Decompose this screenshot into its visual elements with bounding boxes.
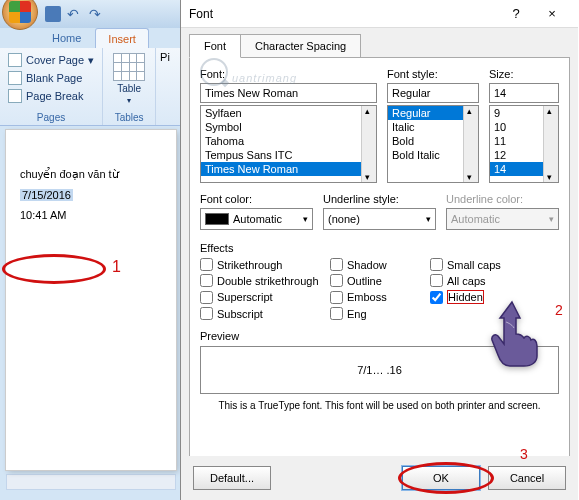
chevron-down-icon: ▾ [127, 96, 131, 105]
table-button-label: Table [117, 83, 141, 94]
underline-style-label: Underline style: [323, 193, 436, 205]
pointing-hand-icon [482, 298, 542, 370]
tab-insert[interactable]: Insert [95, 28, 149, 49]
chk-smallcaps[interactable]: Small caps [430, 258, 540, 271]
effects-label: Effects [200, 242, 559, 254]
cancel-button[interactable]: Cancel [488, 466, 566, 490]
chevron-down-icon: ▾ [88, 54, 94, 67]
chevron-down-icon: ▾ [426, 214, 431, 224]
save-icon[interactable] [45, 6, 61, 22]
underline-color-field: Underline color: Automatic▾ [446, 193, 559, 230]
watermark-logo-icon [200, 58, 228, 86]
scrollbar-icon[interactable] [543, 106, 558, 182]
cover-page-button[interactable]: Cover Page ▾ [4, 51, 98, 69]
help-button[interactable]: ? [498, 2, 534, 26]
horizontal-scrollbar[interactable] [6, 474, 176, 490]
doc-time-text: 10:41 AM [20, 209, 162, 221]
ribbon: Cover Page ▾ Blank Page Page Break Pages… [0, 48, 180, 126]
list-item[interactable]: Times New Roman [201, 162, 376, 176]
quick-access-toolbar [0, 0, 180, 28]
style-column: Font style: Regular Italic Bold Bold Ita… [387, 68, 479, 183]
list-item[interactable]: Tahoma [201, 134, 376, 148]
scrollbar-icon[interactable] [361, 106, 376, 182]
font-listbox[interactable]: Sylfaen Symbol Tahoma Tempus Sans ITC Ti… [200, 105, 377, 183]
underline-style-field: Underline style: (none)▾ [323, 193, 436, 230]
dialog-body: Font: Sylfaen Symbol Tahoma Tempus Sans … [189, 57, 570, 475]
document-page: chuyển đoạn văn từ 7/15/2016 10:41 AM [6, 130, 176, 470]
blank-page-button[interactable]: Blank Page [4, 69, 98, 87]
size-listbox[interactable]: 9 10 11 12 14 [489, 105, 559, 183]
annotation-label-2: 2 [555, 302, 563, 318]
style-input[interactable] [387, 83, 479, 103]
group-tables: Table ▾ Tables [103, 48, 156, 125]
doc-text-line: chuyển đoạn văn từ [20, 168, 162, 181]
color-swatch-icon [205, 213, 229, 225]
close-button[interactable]: × [534, 2, 570, 26]
group-pages: Cover Page ▾ Blank Page Page Break Pages [0, 48, 103, 125]
undo-icon[interactable] [67, 6, 83, 22]
annotation-label-3: 3 [520, 446, 528, 462]
chk-superscript[interactable]: Superscript [200, 290, 330, 304]
blank-page-icon [8, 71, 22, 85]
office-button[interactable] [2, 0, 38, 30]
chk-allcaps[interactable]: All caps [430, 274, 540, 287]
style-listbox[interactable]: Regular Italic Bold Bold Italic [387, 105, 479, 183]
size-column: Size: 9 10 11 12 14 [489, 68, 559, 183]
chk-shadow[interactable]: Shadow [330, 258, 430, 271]
chk-double-strikethrough[interactable]: Double strikethrough [200, 274, 330, 287]
watermark: uantrimang [200, 54, 297, 89]
preview-text: 7/1… .16 [357, 364, 402, 376]
scrollbar-icon[interactable] [463, 106, 478, 182]
preview-note: This is a TrueType font. This font will … [200, 400, 559, 411]
font-color-value: Automatic [233, 213, 282, 225]
chevron-down-icon: ▾ [549, 214, 554, 224]
cover-page-icon [8, 53, 22, 67]
annotation-ellipse-1 [2, 254, 106, 284]
cover-page-label: Cover Page [26, 54, 84, 66]
list-item[interactable]: Sylfaen [201, 106, 376, 120]
page-break-button[interactable]: Page Break [4, 87, 98, 105]
font-color-field: Font color: Automatic▾ [200, 193, 313, 230]
picture-button[interactable]: Pi [160, 51, 170, 63]
annotation-label-1: 1 [112, 258, 121, 276]
table-icon [113, 53, 145, 81]
default-button[interactable]: Default... [193, 466, 271, 490]
underline-color-combo: Automatic▾ [446, 208, 559, 230]
dialog-title: Font [189, 7, 498, 21]
ribbon-tabs: Home Insert [40, 28, 149, 49]
group-tables-label: Tables [107, 110, 151, 125]
chk-emboss[interactable]: Emboss [330, 290, 430, 304]
size-input[interactable] [489, 83, 559, 103]
tab-home[interactable]: Home [40, 28, 93, 49]
size-label: Size: [489, 68, 559, 80]
blank-page-label: Blank Page [26, 72, 82, 84]
table-button[interactable]: Table ▾ [107, 51, 151, 107]
group-illustrations: Pi [156, 48, 174, 125]
underline-style-value: (none) [328, 213, 360, 225]
underline-color-value: Automatic [451, 213, 500, 225]
page-break-icon [8, 89, 22, 103]
selected-date-text[interactable]: 7/15/2016 [20, 189, 73, 201]
group-pages-label: Pages [4, 110, 98, 125]
underline-style-combo[interactable]: (none)▾ [323, 208, 436, 230]
list-item[interactable]: Tempus Sans ITC [201, 148, 376, 162]
page-break-label: Page Break [26, 90, 83, 102]
dialog-titlebar: Font ? × [181, 0, 578, 28]
chk-strikethrough[interactable]: Strikethrough [200, 258, 330, 271]
chk-engrave[interactable]: Eng [330, 307, 430, 320]
chk-outline[interactable]: Outline [330, 274, 430, 287]
redo-icon[interactable] [89, 6, 105, 22]
font-color-label: Font color: [200, 193, 313, 205]
font-color-combo[interactable]: Automatic▾ [200, 208, 313, 230]
dialog-footer: Default... OK Cancel [181, 456, 578, 500]
annotation-ellipse-3 [398, 462, 494, 494]
list-item[interactable]: Symbol [201, 120, 376, 134]
chevron-down-icon: ▾ [303, 214, 308, 224]
style-label: Font style: [387, 68, 479, 80]
chk-subscript[interactable]: Subscript [200, 307, 330, 320]
underline-color-label: Underline color: [446, 193, 559, 205]
